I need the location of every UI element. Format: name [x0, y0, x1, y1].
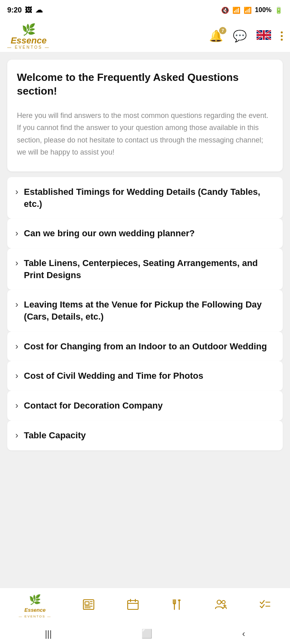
faq-4[interactable]: ›Leaving Items at the Venue for Pickup t… [7, 290, 283, 331]
notification-button[interactable]: 🔔 7 [209, 29, 223, 43]
chevron-right-icon: › [15, 341, 18, 352]
notification-badge: 7 [219, 27, 226, 34]
nav-news-icon [82, 598, 95, 614]
faq-item-label: Cost of Civil Wedding and Time for Photo… [24, 370, 203, 382]
chevron-right-icon: › [15, 299, 18, 310]
uk-flag-icon [257, 30, 271, 40]
chevron-right-icon: › [15, 371, 18, 381]
faq-6[interactable]: ›Cost of Civil Wedding and Time for Phot… [7, 361, 283, 391]
nav-news-button[interactable] [82, 598, 95, 614]
nav-logo-leaf: 🌿 [29, 594, 41, 605]
faq-item-label: Can we bring our own wedding planner? [24, 227, 195, 239]
svg-rect-2 [85, 602, 89, 605]
faq-item-label: Established Timings for Wedding Details … [24, 186, 275, 210]
nav-logo-sub: — EVENTOS — [19, 615, 52, 618]
chevron-right-icon: › [15, 258, 18, 268]
nav-food-icon [170, 598, 183, 614]
faq-7[interactable]: ›Contact for Decoration Company [7, 391, 283, 421]
signal-icon: 📶 [244, 6, 252, 14]
status-icons-area: 🔇 📶 📶 100% 🔋 [221, 6, 283, 14]
faq-item-label: Cost for Changing from an Indoor to an O… [24, 341, 267, 353]
svg-point-15 [217, 600, 221, 604]
faq-item-label: Table Linens, Centerpieces, Seating Arra… [24, 257, 275, 281]
wifi-icon: 📶 [232, 6, 240, 14]
status-time: 9:20 [7, 6, 22, 14]
app-header: 🌿 Essence — EVENTOS — 🔔 7 💬 [0, 20, 290, 52]
status-time-area: 9:20 🖼 ☁ [7, 6, 43, 14]
android-back-button[interactable]: ‹ [242, 629, 245, 639]
faq-2[interactable]: ›Can we bring our own wedding planner? [7, 219, 283, 248]
chevron-right-icon: › [15, 228, 18, 239]
nav-calendar-icon [126, 598, 139, 614]
logo-leaf-icon: 🌿 [22, 23, 36, 36]
faq-list: ›Established Timings for Wedding Details… [7, 177, 283, 450]
logo-subtext: — EVENTOS — [7, 45, 50, 50]
chevron-right-icon: › [15, 430, 18, 441]
nav-tasks-button[interactable] [258, 598, 271, 614]
battery-icon: 🔋 [275, 6, 283, 14]
android-home-button[interactable]: ⬜ [141, 629, 152, 639]
message-button[interactable]: 💬 [233, 29, 247, 43]
logo: 🌿 Essence — EVENTOS — [7, 23, 50, 50]
android-nav: ||| ⬜ ‹ [0, 624, 290, 644]
chat-icon: 💬 [233, 30, 247, 42]
svg-rect-7 [128, 601, 138, 609]
svg-point-16 [222, 601, 225, 604]
welcome-body: Here you will find answers to the most c… [17, 109, 273, 159]
android-recent-button[interactable]: ||| [45, 629, 52, 639]
faq-3[interactable]: ›Table Linens, Centerpieces, Seating Arr… [7, 248, 283, 290]
vertical-dots-icon [281, 31, 283, 41]
status-bar: 9:20 🖼 ☁ 🔇 📶 📶 100% 🔋 [0, 0, 290, 20]
cloud-icon: ☁ [35, 6, 43, 14]
nav-guests-button[interactable] [214, 598, 227, 614]
faq-8[interactable]: ›Table Capacity [7, 421, 283, 450]
nav-food-button[interactable] [170, 598, 183, 614]
chevron-right-icon: › [15, 400, 18, 411]
bottom-nav: 🌿 Essence — EVENTOS — [0, 588, 290, 624]
nav-guests-icon [214, 598, 227, 614]
header-icons: 🔔 7 💬 [209, 29, 283, 43]
welcome-card: Welcome to the Frequently Asked Question… [7, 60, 283, 171]
nav-logo[interactable]: 🌿 Essence — EVENTOS — [19, 594, 52, 618]
language-selector[interactable] [257, 30, 271, 43]
nav-logo-text: Essence [24, 607, 46, 613]
battery-level: 100% [255, 6, 271, 14]
faq-1[interactable]: ›Established Timings for Wedding Details… [7, 177, 283, 219]
faq-5[interactable]: ›Cost for Changing from an Indoor to an … [7, 332, 283, 361]
faq-item-label: Contact for Decoration Company [24, 400, 163, 412]
faq-item-label: Leaving Items at the Venue for Pickup th… [24, 299, 275, 322]
chevron-right-icon: › [15, 187, 18, 197]
faq-item-label: Table Capacity [24, 429, 86, 442]
mute-icon: 🔇 [221, 6, 229, 14]
more-menu-button[interactable] [281, 31, 283, 41]
nav-calendar-button[interactable] [126, 598, 139, 614]
main-content: Welcome to the Frequently Asked Question… [0, 52, 290, 491]
photo-icon: 🖼 [25, 6, 32, 14]
welcome-title: Welcome to the Frequently Asked Question… [17, 71, 273, 98]
logo-text: Essence [10, 36, 46, 45]
nav-tasks-icon [258, 598, 271, 614]
